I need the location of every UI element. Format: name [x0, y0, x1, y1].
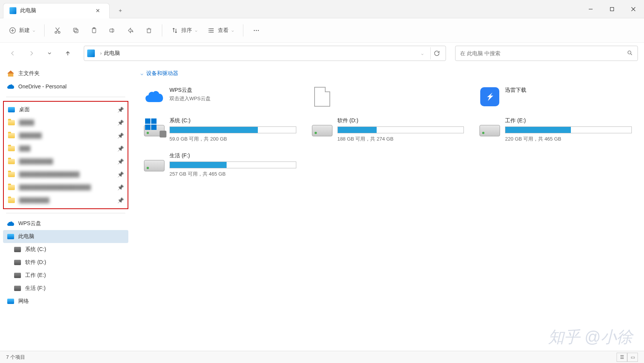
pin-icon: 📌 — [117, 120, 124, 126]
delete-button[interactable] — [141, 22, 157, 39]
pin-icon: 📌 — [117, 158, 124, 165]
new-button[interactable]: 新建 ⌵ — [5, 22, 40, 39]
chevron-down-icon: ⌵ — [195, 28, 197, 32]
search-input[interactable] — [460, 50, 627, 56]
drive-item[interactable]: 工作 (E:)220 GB 可用，共 465 GB — [476, 114, 635, 146]
sidebar-pinned-item[interactable]: ███████████████████📌 — [4, 181, 128, 194]
sidebar-label: 此电脑 — [18, 233, 125, 240]
svg-line-10 — [56, 27, 59, 32]
sidebar-label: 系统 (C:) — [25, 246, 125, 253]
maximize-button[interactable] — [601, 0, 623, 18]
drive-subtext: 双击进入WPS云盘 — [169, 95, 296, 102]
separator — [6, 97, 125, 97]
new-tab-button[interactable]: ＋ — [113, 3, 128, 18]
sidebar-label: █████████ — [19, 158, 113, 165]
drive-subtext: 257 GB 可用，共 465 GB — [169, 171, 296, 178]
sidebar-item-wps[interactable]: WPS云盘 — [3, 217, 128, 230]
drive-item[interactable]: 生活 (F:)257 GB 可用，共 465 GB — [141, 149, 299, 181]
drive-icon — [312, 117, 333, 138]
breadcrumb[interactable]: › 此电脑 ⌵ — [84, 46, 446, 61]
sort-label: 排序 — [181, 27, 192, 34]
group-header-devices[interactable]: ⌵ 设备和驱动器 — [141, 67, 635, 80]
drive-info: 软件 (D:)188 GB 可用，共 274 GB — [337, 117, 464, 142]
sidebar-label: 软件 (D:) — [25, 259, 125, 266]
sidebar-pinned-item[interactable]: ████📌 — [4, 116, 128, 129]
forward-button[interactable] — [24, 46, 38, 60]
pin-icon: 📌 — [117, 133, 124, 139]
details-view-button[interactable]: ☰ — [617, 353, 627, 362]
sidebar-label: 生活 (F:) — [25, 285, 125, 292]
sidebar-pinned-item[interactable]: ███📌 — [4, 142, 128, 155]
search-box[interactable] — [455, 46, 638, 61]
drive-item[interactable]: 系统 (C:)59.0 GB 可用，共 200 GB — [141, 114, 299, 146]
drive-item[interactable]: 软件 (D:)188 GB 可用，共 274 GB — [308, 114, 467, 146]
refresh-button[interactable] — [430, 47, 443, 59]
copy-button[interactable] — [67, 22, 84, 39]
drive-info: 生活 (F:)257 GB 可用，共 465 GB — [169, 152, 296, 178]
sidebar-drive-item[interactable]: 软件 (D:) — [3, 256, 128, 269]
drive-name: 工作 (E:) — [505, 117, 632, 124]
sidebar-label: ██████ — [19, 133, 113, 139]
close-button[interactable] — [623, 0, 644, 18]
sidebar-pinned-item[interactable]: ████████████████📌 — [4, 168, 128, 181]
sidebar-drive-item[interactable]: 生活 (F:) — [3, 282, 128, 295]
svg-point-28 — [258, 30, 259, 31]
sidebar-drive-item[interactable]: 工作 (E:) — [3, 269, 128, 282]
sidebar-item-network[interactable]: 网络 — [3, 295, 128, 308]
tab-close-button[interactable]: ✕ — [93, 5, 103, 16]
share-button[interactable] — [122, 22, 139, 39]
more-button[interactable] — [248, 22, 265, 39]
blankdoc-icon — [312, 86, 333, 107]
chevron-down-icon: ⌵ — [33, 28, 35, 32]
history-dropdown[interactable] — [43, 46, 56, 60]
sidebar-pinned-item[interactable]: ██████📌 — [4, 129, 128, 142]
search-icon[interactable] — [627, 50, 633, 57]
drive-item[interactable]: WPS云盘双击进入WPS云盘 — [141, 83, 299, 110]
back-button[interactable] — [6, 46, 20, 60]
sidebar-pinned-item[interactable]: ████████📌 — [4, 194, 128, 207]
wps-cloud-icon — [7, 220, 14, 227]
drive-name: 迅雷下载 — [505, 87, 632, 94]
sidebar: 主文件夹 OneDrive - Personal 桌面📌████📌██████📌… — [0, 64, 131, 351]
view-button[interactable]: 查看 ⌵ — [203, 22, 238, 39]
toolbar: 新建 ⌵ 排序 ⌵ 查看 ⌵ — [0, 18, 644, 43]
minimize-button[interactable] — [580, 0, 601, 18]
sidebar-label: OneDrive - Personal — [18, 83, 125, 90]
sidebar-drive-item[interactable]: 系统 (C:) — [3, 243, 128, 256]
drive-info: 工作 (E:)220 GB 可用，共 465 GB — [505, 117, 632, 142]
pin-icon: 📌 — [117, 197, 124, 203]
chevron-down-icon[interactable]: ⌵ — [417, 51, 427, 56]
pin-icon: 📌 — [117, 171, 124, 178]
tab-thispc[interactable]: 此电脑 ✕ — [3, 3, 110, 18]
separator — [44, 24, 45, 37]
group-header-label: 设备和驱动器 — [146, 70, 178, 77]
pin-icon: 📌 — [117, 146, 124, 152]
sidebar-label: 网络 — [18, 298, 125, 305]
sidebar-label: 桌面 — [19, 106, 113, 113]
up-button[interactable] — [61, 46, 75, 60]
sidebar-label: ███████████████████ — [19, 184, 113, 190]
sidebar-pinned-item[interactable]: █████████📌 — [4, 155, 128, 168]
sidebar-item-home[interactable]: 主文件夹 — [3, 67, 128, 80]
view-label: 查看 — [218, 27, 229, 34]
drive-item[interactable]: 迅雷下载 — [476, 83, 635, 110]
sidebar-item-thispc[interactable]: 此电脑 — [3, 230, 128, 243]
svg-line-9 — [56, 27, 59, 32]
cut-button[interactable] — [49, 22, 66, 39]
sidebar-pinned-item[interactable]: 桌面📌 — [4, 103, 128, 116]
separator — [6, 213, 125, 213]
drive-item[interactable] — [308, 83, 467, 110]
breadcrumb-text[interactable]: 此电脑 — [104, 50, 120, 57]
content: ⌵ 设备和驱动器 WPS云盘双击进入WPS云盘迅雷下载系统 (C:)59.0 G… — [131, 64, 644, 351]
svg-point-25 — [208, 32, 209, 32]
sidebar-label: ████████████████ — [19, 171, 113, 178]
icons-view-button[interactable]: ▭ — [627, 353, 638, 362]
paste-button[interactable] — [86, 22, 102, 39]
folder-icon — [8, 132, 15, 139]
main: 主文件夹 OneDrive - Personal 桌面📌████📌██████📌… — [0, 64, 644, 351]
thispc-icon — [87, 50, 95, 57]
rename-button[interactable] — [104, 22, 121, 39]
sidebar-item-onedrive[interactable]: OneDrive - Personal — [3, 80, 128, 93]
sort-button[interactable]: 排序 ⌵ — [167, 22, 202, 39]
sysdrive-icon — [144, 117, 165, 138]
